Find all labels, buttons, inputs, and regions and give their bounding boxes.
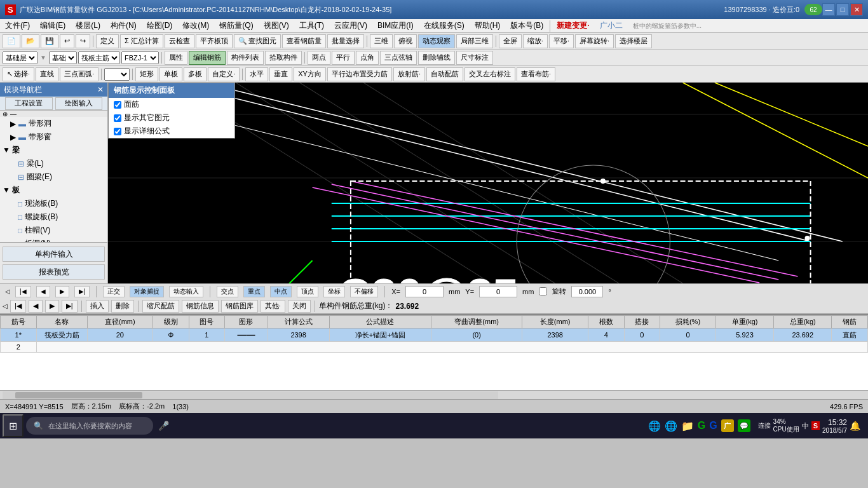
nav-tool-2[interactable]: — xyxy=(10,111,17,118)
midpoint-button[interactable]: 重点 xyxy=(243,286,265,297)
intersect-button[interactable]: 交点 xyxy=(217,286,238,297)
menu-gxe[interactable]: 广小二 xyxy=(595,19,628,32)
x-input[interactable] xyxy=(405,286,444,297)
tree-item-column-cap[interactable]: □ 柱帽(V) xyxy=(0,224,107,237)
tree-item-strip-hole[interactable]: ▶ ▬ 带形洞 xyxy=(0,117,107,130)
taskbar-app-folder[interactable]: 📁 xyxy=(681,420,694,432)
show-formula-checkbox[interactable] xyxy=(114,128,121,135)
show-other-checkbox[interactable] xyxy=(114,114,121,122)
grid-delete-button[interactable]: 删除 xyxy=(111,300,134,313)
no-offset-button[interactable]: 不偏移 xyxy=(350,286,378,297)
y-input[interactable] xyxy=(479,286,517,297)
menu-help[interactable]: 帮助(H) xyxy=(470,19,506,32)
menu-bim[interactable]: BIM应用(I) xyxy=(372,19,419,32)
menu-version[interactable]: 版本号(B) xyxy=(505,19,548,32)
tree-item-cast-slab[interactable]: □ 现浇板(B) xyxy=(0,197,107,210)
taskbar-app-glodon[interactable]: 广 xyxy=(721,419,734,432)
panel-item-show-formula[interactable]: 显示详细公式 xyxy=(109,125,234,138)
grid-nav-next[interactable]: ▶ xyxy=(45,300,59,313)
cloud-check-button[interactable]: 云检查 xyxy=(165,34,194,48)
grid-nav-start[interactable]: |◀ xyxy=(10,300,26,313)
menu-draw[interactable]: 绘图(D) xyxy=(142,19,178,32)
edit-rebar-button[interactable]: 编辑钢筋 xyxy=(189,51,226,65)
menu-new-change[interactable]: 新建变更· xyxy=(552,19,594,32)
tree-group-slab[interactable]: ▼ 板 xyxy=(0,184,107,197)
other-button[interactable]: 其他· xyxy=(261,300,285,313)
taskbar-app-ie2[interactable]: 🌐 xyxy=(665,420,677,432)
three-point-button[interactable]: 三点弦轴 xyxy=(380,51,417,65)
single-slab-button[interactable]: 单板 xyxy=(159,67,182,81)
nav-next-button[interactable]: ▶ xyxy=(55,286,69,297)
align-slab-button[interactable]: 平齐板顶 xyxy=(196,34,233,48)
top-view-button[interactable]: 俯视 xyxy=(394,34,417,48)
component-type-dropdown[interactable]: 基础 xyxy=(49,51,77,64)
save-button[interactable]: 💾 xyxy=(41,34,58,48)
pan-button[interactable]: 平移· xyxy=(549,34,574,48)
redo-button[interactable]: ↪ xyxy=(76,34,90,48)
notification-icon[interactable]: 🔔 xyxy=(850,421,860,431)
custom-button[interactable]: 自定义· xyxy=(208,67,240,81)
local-3d-button[interactable]: 局部三维 xyxy=(456,34,493,48)
menu-floor[interactable]: 楼层(L) xyxy=(71,19,105,32)
panel-item-show-other[interactable]: 显示其它图元 xyxy=(109,111,234,125)
property-button[interactable]: 属性 xyxy=(165,51,187,65)
lang-indicator[interactable]: 中 xyxy=(802,421,809,431)
center-button[interactable]: 中点 xyxy=(270,286,292,297)
zoom-button[interactable]: 缩放· xyxy=(523,34,548,48)
report-preview-button[interactable]: 报表预览 xyxy=(3,264,105,280)
cross-label-button[interactable]: 交叉左右标注 xyxy=(465,67,515,81)
arc-button[interactable]: 三点画弧· xyxy=(60,67,98,81)
find-element-button[interactable]: 🔍 查找图元 xyxy=(234,34,281,48)
auto-config-button[interactable]: 自动配筋 xyxy=(426,67,463,81)
horizontal-button[interactable]: 水平 xyxy=(245,67,268,81)
scroll-thumb[interactable] xyxy=(15,392,142,398)
multi-slab-button[interactable]: 多板 xyxy=(184,67,207,81)
tree-group-beam[interactable]: ▼ 梁 xyxy=(0,144,107,157)
undo-button[interactable]: ↩ xyxy=(60,34,74,48)
view-rebar-button[interactable]: 查看钢筋量 xyxy=(282,34,326,48)
parallel-layout-button[interactable]: 平行边布置受力筋 xyxy=(327,67,392,81)
nav-prev-button[interactable]: ◀ xyxy=(36,286,50,297)
maximize-button[interactable]: □ xyxy=(836,3,849,16)
vertical-button[interactable]: 垂直 xyxy=(269,67,292,81)
dimension-button[interactable]: 尺寸标注 xyxy=(456,51,493,65)
nav-close-icon[interactable]: ✕ xyxy=(97,85,104,94)
single-component-input-button[interactable]: 单构件输入 xyxy=(3,247,105,262)
tree-item-ring-beam[interactable]: ⊟ 圈梁(E) xyxy=(0,170,107,184)
face-rebar-checkbox[interactable] xyxy=(114,101,121,109)
vertex-button[interactable]: 顶点 xyxy=(297,286,318,297)
nav-tool-1[interactable]: ⊕ xyxy=(3,111,8,118)
shape-dropdown[interactable] xyxy=(104,68,130,81)
ortho-button[interactable]: 正交 xyxy=(103,286,125,297)
select-tool-button[interactable]: ↖ 选择· xyxy=(3,67,34,81)
menu-tools[interactable]: 工具(T) xyxy=(294,19,329,32)
two-point-button[interactable]: 两点 xyxy=(308,51,330,65)
rebar-gallery-button[interactable]: 钢筋图库 xyxy=(221,300,258,313)
fullscreen-button[interactable]: 全屏 xyxy=(499,34,522,48)
component-list-button[interactable]: 构件列表 xyxy=(227,51,264,65)
grid-nav-prev[interactable]: ◀ xyxy=(29,300,43,313)
rect-button[interactable]: 矩形 xyxy=(135,67,158,81)
project-settings-button[interactable]: 工程设置 xyxy=(5,97,53,110)
tree-item-slab-hole[interactable]: □ 板洞(N) xyxy=(0,237,107,242)
rebar-info-button[interactable]: 钢筋信息 xyxy=(182,300,219,313)
3d-button[interactable]: 三维 xyxy=(370,34,393,48)
menu-file[interactable]: 文件(F) xyxy=(0,19,35,32)
menu-rebar-qty[interactable]: 钢筋量(Q) xyxy=(214,19,258,32)
menu-cloud[interactable]: 云应用(V) xyxy=(329,19,372,32)
tree-item-beam-l[interactable]: ⊟ 梁(L) xyxy=(0,157,107,170)
menu-online[interactable]: 在线服务(S) xyxy=(419,19,470,32)
taskbar-app-chat[interactable]: 💬 xyxy=(738,419,750,432)
screen-rotate-button[interactable]: 屏幕旋转· xyxy=(575,34,614,48)
taskbar-app-g2[interactable]: G xyxy=(709,420,717,431)
snap-button[interactable]: 对象捕捉 xyxy=(130,286,164,297)
taskbar-search[interactable]: 🔍 在这里输入你要搜索的内容 xyxy=(26,417,153,435)
start-button[interactable]: ⊞ xyxy=(3,414,24,437)
menu-edit[interactable]: 编辑(E) xyxy=(35,19,71,32)
mic-icon[interactable]: 🎤 xyxy=(158,421,169,431)
menu-view[interactable]: 视图(V) xyxy=(259,19,294,32)
tree-item-spiral-slab[interactable]: □ 螺旋板(B) xyxy=(0,210,107,224)
nav-prev-start-button[interactable]: |◀ xyxy=(15,286,31,297)
tree-item-strip-window[interactable]: ▶ ▬ 带形窗 xyxy=(0,130,107,144)
table-row[interactable]: 1* 筏板受力筋 20 Φ 1 —— 2398 净长+锚固+锚固 (0) 239… xyxy=(1,329,868,342)
